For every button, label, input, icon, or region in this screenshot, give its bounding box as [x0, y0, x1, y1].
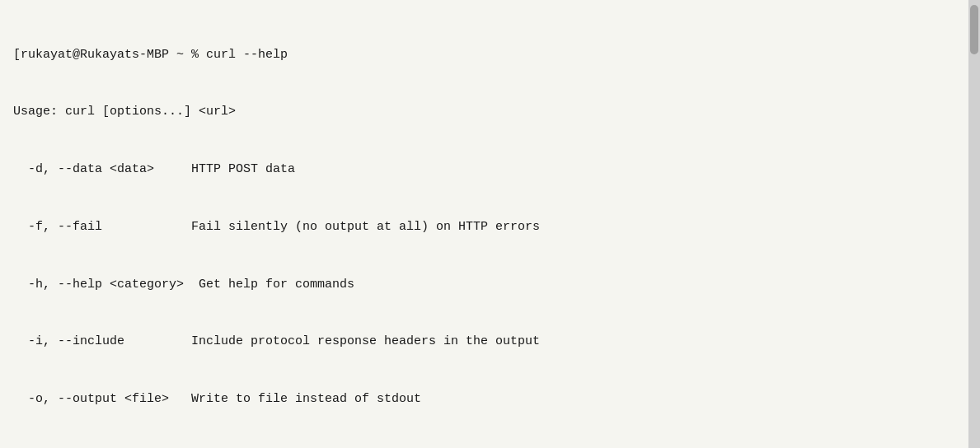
scrollbar[interactable] — [968, 0, 980, 448]
terminal-line-5: -i, --include Include protocol response … — [13, 332, 955, 351]
terminal-window: [rukayat@Rukayats-MBP ~ % curl --help ] … — [0, 0, 980, 448]
terminal-line-0: [rukayat@Rukayats-MBP ~ % curl --help ] — [13, 45, 955, 64]
terminal-line-2: -d, --data <data> HTTP POST data — [13, 160, 955, 179]
terminal-content[interactable]: [rukayat@Rukayats-MBP ~ % curl --help ] … — [0, 0, 968, 448]
terminal-line-6: -o, --output <file> Write to file instea… — [13, 390, 955, 408]
terminal-line-1: Usage: curl [options...] <url> — [13, 102, 955, 121]
terminal-line-4: -h, --help <category> Get help for comma… — [13, 275, 955, 294]
terminal-line-3: -f, --fail Fail silently (no output at a… — [13, 217, 955, 236]
scrollbar-thumb[interactable] — [970, 5, 978, 54]
